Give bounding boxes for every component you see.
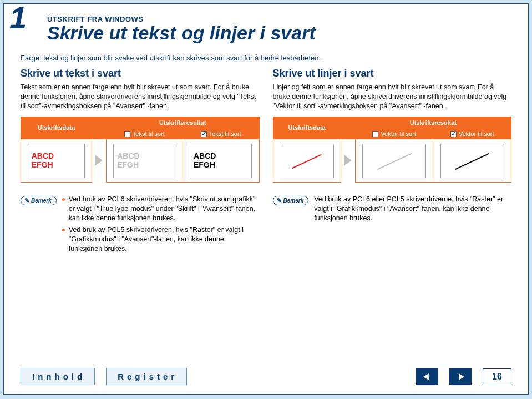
triangle-left-icon: [422, 373, 432, 381]
left-body: Tekst som er en annen farge enn hvit bli…: [21, 83, 260, 111]
sample-line1: ABCD: [117, 152, 139, 160]
sample-off-cell: ABCD EFGH: [106, 139, 183, 183]
right-note: Bemerk Ved bruk av PCL6 eller PCL5 skriv…: [273, 195, 512, 223]
svg-marker-0: [423, 373, 429, 380]
page: 1 UTSKRIFT FRA WINDOWS Skrive ut tekst o…: [3, 3, 529, 395]
checkbox-on-icon: [201, 131, 207, 137]
arrow-cell: [341, 139, 355, 183]
sample-on-cell: ABCD EFGH: [183, 139, 259, 183]
sample-line1: ABCD: [194, 152, 216, 160]
contents-button[interactable]: Innhold: [21, 368, 95, 385]
chapter-number: 1: [9, 0, 27, 36]
index-button[interactable]: Register: [106, 368, 187, 385]
sample-input-cell: [273, 139, 341, 183]
sample-line2: EFGH: [194, 161, 215, 169]
diagonal-line-icon: [455, 153, 489, 170]
triangle-right-icon: [455, 373, 465, 381]
arrow-right-icon: [344, 155, 352, 166]
right-body: Linjer og felt som er annen farge enn hv…: [273, 83, 512, 111]
vector-demo-table: Utskriftsdata Utskriftsresultat Vektor t…: [273, 117, 512, 183]
note-item: Ved bruk av PCL5 skriverdriveren, hvis "…: [62, 225, 260, 254]
right-heading: Skrive ut linjer i svart: [273, 68, 512, 79]
vector-card-red: [280, 144, 334, 178]
right-column: Skrive ut linjer i svart Linjer og felt …: [273, 68, 512, 255]
sample-off-cell: [355, 139, 433, 183]
sample-line2: EFGH: [32, 161, 53, 169]
note-text: Ved bruk av PCL6 eller PCL5 skriverdrive…: [314, 195, 511, 223]
left-heading: Skrive ut tekst i svart: [21, 68, 260, 79]
col-result-label: Utskriftsresultat: [106, 117, 259, 128]
prev-page-button[interactable]: [416, 368, 438, 385]
note-item: Ved bruk av PCL6 skriverdriveren, hvis "…: [62, 195, 260, 223]
footer: Innhold Register 16: [21, 368, 511, 385]
sample-card-red: ABCD EFGH: [28, 144, 85, 178]
option-off-cell: Tekst til sort: [106, 128, 183, 139]
option-on-cell: Vektor til sort: [433, 128, 511, 139]
text-demo-table: Utskriftsdata Utskriftsresultat Tekst ti…: [21, 117, 260, 183]
sample-input-cell: ABCD EFGH: [21, 139, 92, 183]
option-on-cell: Tekst til sort: [183, 128, 259, 139]
option-off-label: Vektor til sort: [381, 130, 416, 137]
arrow-right-icon: [95, 155, 103, 166]
note-badge: Bemerk: [21, 196, 57, 205]
note-badge: Bemerk: [273, 196, 309, 205]
sample-line2: EFGH: [117, 161, 139, 169]
checkbox-off-icon: [124, 131, 130, 137]
option-off-cell: Vektor til sort: [355, 128, 433, 139]
checkbox-on-icon: [450, 131, 457, 137]
diagonal-line-icon: [377, 153, 412, 170]
col-data-label: Utskriftsdata: [273, 117, 341, 139]
option-on-label: Tekst til sort: [209, 130, 241, 137]
page-title: Skrive ut tekst og linjer i svart: [47, 22, 511, 44]
checkbox-off-icon: [372, 131, 378, 137]
intro-text: Farget tekst og linjer som blir svake ve…: [21, 54, 511, 62]
col-data-label: Utskriftsdata: [21, 117, 92, 139]
sample-line1: ABCD: [32, 152, 54, 160]
sample-card-black: ABCD EFGH: [190, 144, 252, 178]
page-number: 16: [483, 368, 511, 385]
left-note: Bemerk Ved bruk av PCL6 skriverdriveren,…: [21, 195, 260, 255]
note-list: Ved bruk av PCL6 skriverdriveren, hvis "…: [62, 195, 260, 253]
col-result-label: Utskriftsresultat: [355, 117, 511, 128]
sample-on-cell: [433, 139, 511, 183]
diagonal-line-icon: [292, 154, 322, 169]
left-column: Skrive ut tekst i svart Tekst som er en …: [21, 68, 260, 255]
next-page-button[interactable]: [449, 368, 472, 385]
option-on-label: Vektor til sort: [459, 130, 494, 137]
vector-card-gray: [362, 144, 426, 178]
svg-marker-1: [459, 373, 464, 380]
arrow-cell: [92, 139, 106, 183]
option-off-label: Tekst til sort: [133, 130, 165, 137]
vector-card-black: [440, 144, 504, 178]
sample-card-gray: ABCD EFGH: [113, 144, 175, 178]
